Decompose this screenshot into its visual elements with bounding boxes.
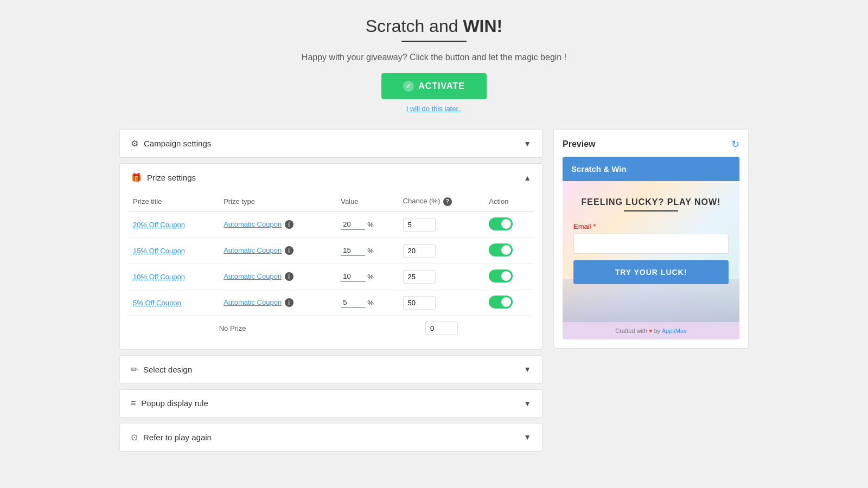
action-cell <box>484 264 533 290</box>
activate-button[interactable]: ✓ ACTIVATE <box>381 73 487 99</box>
page-header: Scratch and WIN! Happy with your giveawa… <box>119 16 749 113</box>
prize-type-info-icon[interactable]: i <box>285 272 293 281</box>
play-icon: ⊙ <box>131 432 138 442</box>
no-prize-action-cell <box>484 316 533 341</box>
check-icon: ✓ <box>403 81 414 92</box>
action-cell <box>484 237 533 264</box>
no-prize-chance-input-cell <box>399 316 485 341</box>
toggle-switch[interactable] <box>489 243 513 256</box>
campaign-settings-header[interactable]: ⚙ Campaign settings ▼ <box>120 130 542 157</box>
prize-settings-section: 🎁 Prize settings ▲ Prize title Prize typ… <box>119 163 542 350</box>
widget-body: FEELING LUCKY? PLAY NOW! Email * TRY YOU… <box>563 181 739 322</box>
col-chance: Chance (%) ? <box>399 191 485 211</box>
prize-type-info-icon[interactable]: i <box>285 246 293 255</box>
toggle-switch[interactable] <box>489 296 513 309</box>
prize-settings-header[interactable]: 🎁 Prize settings ▲ <box>120 164 542 191</box>
widget-try-button[interactable]: TRY YOUR LUCK! <box>573 260 729 284</box>
toggle-switch[interactable] <box>489 269 513 282</box>
prize-title-link[interactable]: 10% Off Coupon <box>133 273 185 281</box>
prize-settings-body: Prize title Prize type Value Chance (%) … <box>120 191 542 349</box>
table-row: 20% Off Coupon Automatic Coupon i % <box>129 211 533 237</box>
prize-type-info-icon[interactable]: i <box>285 220 293 229</box>
widget-feeling-text: FEELING LUCKY? PLAY NOW! <box>573 197 729 207</box>
chance-input[interactable] <box>403 244 436 258</box>
prize-title-cell: 15% Off Coupon <box>129 237 219 264</box>
action-cell <box>484 211 533 237</box>
chance-cell <box>399 264 485 290</box>
refer-to-play-section: ⊙ Refer to play again ▼ <box>119 423 542 452</box>
preview-title: Preview <box>563 139 595 149</box>
no-prize-row: No Prize <box>129 316 533 341</box>
prize-title-cell: 10% Off Coupon <box>129 264 219 290</box>
table-row: 10% Off Coupon Automatic Coupon i % <box>129 264 533 290</box>
toggle-switch[interactable] <box>489 217 513 230</box>
prize-type-link[interactable]: Automatic Coupon <box>224 298 282 306</box>
prize-title-link[interactable]: 15% Off Coupon <box>133 247 185 255</box>
preview-panel: Preview ↻ Scratch & Win FEELING LUCKY? P… <box>553 129 749 349</box>
preview-header: Preview ↻ <box>563 138 739 150</box>
chevron-down-icon: ▼ <box>524 433 531 441</box>
prize-title-cell: 20% Off Coupon <box>129 211 219 237</box>
filter-icon: ≡ <box>131 399 136 408</box>
value-input[interactable] <box>341 271 365 282</box>
prize-type-info-icon[interactable]: i <box>285 298 293 307</box>
value-unit: % <box>367 299 374 307</box>
value-input[interactable] <box>341 219 365 230</box>
toggle-slider <box>489 217 513 230</box>
chance-info-icon[interactable]: ? <box>443 197 452 206</box>
prize-title-link[interactable]: 5% Off Coupon <box>133 299 181 307</box>
title-underline <box>401 41 467 42</box>
chance-cell <box>399 211 485 237</box>
widget-email-label: Email * <box>573 222 729 230</box>
campaign-settings-section: ⚙ Campaign settings ▼ <box>119 129 542 158</box>
action-cell <box>484 290 533 316</box>
value-unit: % <box>367 221 374 229</box>
email-required-star: * <box>593 222 596 230</box>
toggle-slider <box>489 243 513 256</box>
prize-type-link[interactable]: Automatic Coupon <box>224 220 282 228</box>
preview-widget: Scratch & Win FEELING LUCKY? PLAY NOW! E… <box>563 157 739 339</box>
chevron-down-icon: ▼ <box>524 399 531 408</box>
chevron-down-icon: ▼ <box>524 365 531 374</box>
no-prize-label: No Prize <box>129 316 336 341</box>
prize-type-link[interactable]: Automatic Coupon <box>224 246 282 254</box>
chance-cell <box>399 237 485 264</box>
table-row: 5% Off Coupon Automatic Coupon i % <box>129 290 533 316</box>
pencil-icon: ✏ <box>131 364 138 375</box>
refer-to-play-header[interactable]: ⊙ Refer to play again ▼ <box>120 423 542 451</box>
popup-display-section: ≡ Popup display rule ▼ <box>119 389 542 418</box>
col-value: Value <box>336 191 398 211</box>
value-input[interactable] <box>341 245 365 256</box>
header-subtitle: Happy with your giveaway? Click the butt… <box>119 53 749 62</box>
prize-type-link[interactable]: Automatic Coupon <box>224 272 282 280</box>
chevron-down-icon: ▼ <box>524 139 531 148</box>
table-row: 15% Off Coupon Automatic Coupon i % <box>129 237 533 264</box>
value-unit: % <box>367 247 374 255</box>
prize-title-link[interactable]: 20% Off Coupon <box>133 221 185 229</box>
appsmav-link[interactable]: AppsMav <box>662 328 687 334</box>
later-link[interactable]: I will do this later.. <box>119 105 749 113</box>
chance-input[interactable] <box>403 270 436 284</box>
chance-input[interactable] <box>403 296 436 310</box>
widget-email-input[interactable] <box>573 234 729 254</box>
gear-icon: ⚙ <box>131 138 138 149</box>
value-cell: % <box>336 290 398 316</box>
prize-type-cell: Automatic Coupon i <box>219 237 336 264</box>
value-cell: % <box>336 264 398 290</box>
col-prize-title: Prize title <box>129 191 219 211</box>
page-title: Scratch and WIN! <box>119 16 749 36</box>
value-cell: % <box>336 237 398 264</box>
refresh-icon[interactable]: ↻ <box>731 138 739 150</box>
no-prize-chance-input[interactable] <box>425 322 458 335</box>
prize-type-cell: Automatic Coupon i <box>219 290 336 316</box>
widget-header: Scratch & Win <box>563 157 739 181</box>
chance-input[interactable] <box>403 218 436 232</box>
no-prize-chance-cell <box>336 316 398 341</box>
select-design-header[interactable]: ✏ Select design ▼ <box>120 356 542 383</box>
toggle-slider <box>489 269 513 282</box>
widget-footer: Crafted with ♥ by AppsMav <box>563 322 739 339</box>
popup-display-header[interactable]: ≡ Popup display rule ▼ <box>120 390 542 417</box>
gift-icon: 🎁 <box>131 172 142 183</box>
value-cell: % <box>336 211 398 237</box>
value-input[interactable] <box>341 297 365 308</box>
